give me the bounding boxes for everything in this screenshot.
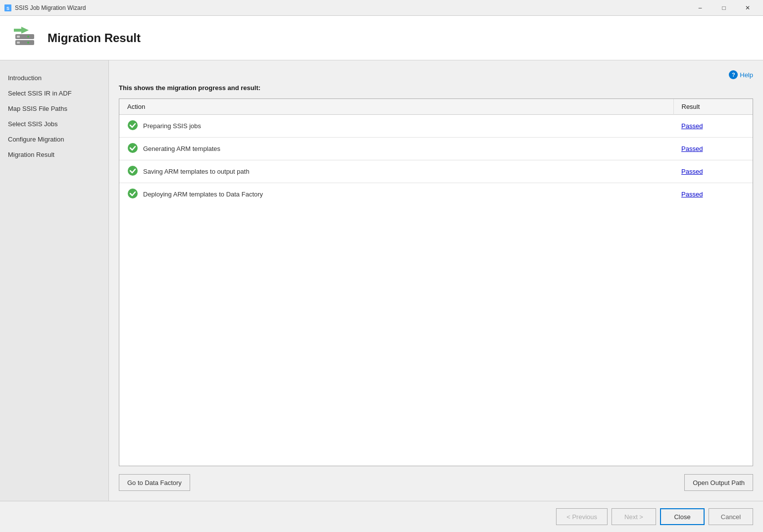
table-row: Saving ARM templates to output pathPasse… [119,160,753,183]
table-row: Generating ARM templatesPassed [119,138,753,160]
result-link-0[interactable]: Passed [681,122,703,130]
action-cell-2: Saving ARM templates to output path [119,160,673,183]
maximize-button[interactable]: □ [712,0,735,16]
check-icon [127,188,138,200]
close-window-button[interactable]: ✕ [736,0,759,16]
action-text: Saving ARM templates to output path [143,168,250,175]
go-to-data-factory-button[interactable]: Go to Data Factory [119,474,190,491]
svg-rect-5 [17,42,20,44]
help-icon: ? [729,70,738,79]
open-output-path-button[interactable]: Open Output Path [684,474,753,491]
help-label: Help [740,71,753,79]
svg-point-10 [128,120,138,130]
page-header: Migration Result [0,16,763,60]
svg-rect-9 [14,29,21,32]
window-controls: – □ ✕ [689,0,759,16]
svg-point-11 [128,143,138,153]
svg-rect-7 [27,42,29,44]
minimize-button[interactable]: – [689,0,712,16]
description-text: This shows the migration progress and re… [119,84,753,92]
sidebar-item-migration-result[interactable]: Migration Result [0,147,108,162]
title-bar: S SSIS Job Migration Wizard – □ ✕ [0,0,763,16]
action-text: Generating ARM templates [143,145,220,152]
table-row: Deploying ARM templates to Data FactoryP… [119,183,753,206]
results-table-container: Action Result Preparing SSIS jobsPassed … [119,98,753,466]
header-icon [10,23,40,53]
sidebar: IntroductionSelect SSIS IR in ADFMap SSI… [0,60,109,501]
result-cell-2: Passed [673,160,753,183]
check-icon [127,165,138,178]
sidebar-item-configure-migration[interactable]: Configure Migration [0,132,108,147]
app-icon: S [4,4,12,12]
check-icon [127,120,138,132]
svg-marker-8 [21,27,29,34]
sidebar-item-map-ssis-file-paths[interactable]: Map SSIS File Paths [0,101,108,116]
svg-rect-6 [27,36,29,38]
title-bar-text: SSIS Job Migration Wizard [15,4,689,11]
table-header-row: Action Result [119,99,753,115]
action-text: Preparing SSIS jobs [143,122,201,130]
action-cell-0: Preparing SSIS jobs [119,115,673,138]
svg-point-12 [128,166,138,176]
result-link-3[interactable]: Passed [681,191,703,198]
result-column-header: Result [673,99,753,115]
help-link[interactable]: ? Help [729,70,753,79]
result-link-2[interactable]: Passed [681,168,703,175]
sidebar-item-select-ssis-jobs[interactable]: Select SSIS Jobs [0,116,108,132]
bottom-buttons-row: Go to Data Factory Open Output Path [119,474,753,491]
svg-text:S: S [6,6,9,11]
sidebar-item-select-ssis-ir-in-adf[interactable]: Select SSIS IR in ADF [0,86,108,101]
next-button[interactable]: Next > [611,508,656,525]
action-text: Deploying ARM templates to Data Factory [143,191,263,198]
result-cell-3: Passed [673,183,753,206]
action-cell-1: Generating ARM templates [119,138,673,160]
result-cell-1: Passed [673,138,753,160]
main-container: IntroductionSelect SSIS IR in ADFMap SSI… [0,60,763,501]
sidebar-item-introduction[interactable]: Introduction [0,70,108,86]
svg-point-13 [128,189,138,198]
content-area: ? Help This shows the migration progress… [109,60,763,501]
page-title: Migration Result [48,31,141,45]
previous-button[interactable]: < Previous [556,508,608,525]
cancel-button[interactable]: Cancel [709,508,753,525]
results-table: Action Result Preparing SSIS jobsPassed … [119,99,753,205]
action-column-header: Action [119,99,673,115]
footer: < Previous Next > Close Cancel [0,501,763,532]
action-cell-3: Deploying ARM templates to Data Factory [119,183,673,206]
table-row: Preparing SSIS jobsPassed [119,115,753,138]
result-cell-0: Passed [673,115,753,138]
help-row: ? Help [119,70,753,79]
close-button[interactable]: Close [660,508,705,525]
svg-rect-4 [17,36,20,38]
result-link-1[interactable]: Passed [681,145,703,152]
check-icon [127,143,138,155]
